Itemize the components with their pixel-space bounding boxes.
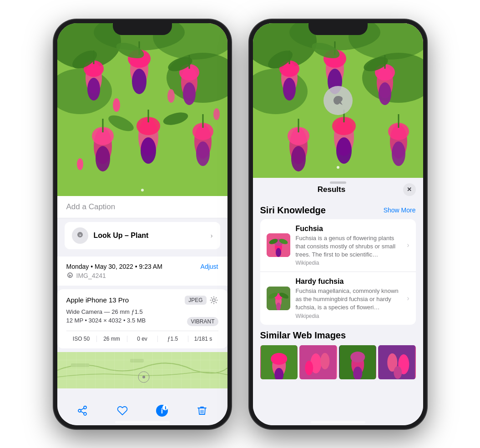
svg-point-104 <box>350 352 365 362</box>
phone-notch <box>113 20 172 35</box>
exif-ev: 0 ev <box>127 336 158 342</box>
svg-point-8 <box>87 78 100 101</box>
photo-display[interactable] <box>57 23 227 196</box>
camera-section: Apple iPhone 13 Pro JPEG Wide Camera — 2… <box>57 289 227 348</box>
hardy-fuchsia-source: Wikipedia <box>296 313 402 319</box>
svg-point-63 <box>379 82 391 105</box>
bottom-toolbar: i ℹ <box>54 403 231 418</box>
svg-point-32 <box>77 158 83 170</box>
svg-point-11 <box>132 69 147 94</box>
fuchsia-desc: Fuchsia is a genus of flowering plants t… <box>296 234 402 259</box>
right-phone-screen: Results ✕ Siri Knowledge Show More <box>253 23 423 425</box>
svg-point-109 <box>394 366 402 379</box>
results-panel: Results ✕ Siri Knowledge Show More <box>253 178 423 425</box>
knowledge-item-fuchsia[interactable]: Fuchsia Fuchsia is a genus of flowering … <box>260 219 416 272</box>
svg-point-39 <box>212 299 215 302</box>
exif-aperture: ƒ1.5 <box>158 336 188 342</box>
exif-row: ISO 50 26 mm 0 ev ƒ1.5 1/181 s <box>66 331 218 342</box>
caption-placeholder[interactable]: Add a Caption <box>66 202 116 211</box>
svg-rect-42 <box>130 359 144 362</box>
web-images-grid <box>260 345 416 379</box>
hardy-fuchsia-chevron-icon: › <box>407 294 409 302</box>
hardy-fuchsia-name: Hardy fuchsia <box>296 277 402 286</box>
svg-point-44 <box>142 376 145 378</box>
svg-point-85 <box>276 248 281 257</box>
exif-shutter: 1/181 s <box>188 336 218 342</box>
right-home-bar <box>311 421 365 423</box>
drag-handle <box>330 181 346 184</box>
svg-point-43 <box>138 372 149 383</box>
camera-mp: 12 MP • 3024 × 4032 • 3.5 MB <box>66 317 146 324</box>
web-images-title: Similar Web Images <box>260 330 416 341</box>
svg-point-66 <box>291 146 306 171</box>
svg-point-101 <box>305 361 313 375</box>
svg-point-30 <box>113 98 120 112</box>
svg-rect-41 <box>71 363 89 367</box>
web-image-1[interactable] <box>260 345 298 379</box>
svg-point-17 <box>96 146 110 171</box>
photo-date: Monday • May 30, 2022 • 9:23 AM <box>66 263 162 270</box>
favorite-button[interactable] <box>115 403 130 418</box>
svg-point-96 <box>271 353 287 365</box>
adjust-button[interactable]: Adjust <box>201 263 218 270</box>
svg-rect-40 <box>57 352 227 388</box>
hardy-fuchsia-desc: Fuchsia magellanica, commonly known as t… <box>296 287 402 312</box>
map-thumbnail[interactable] <box>57 352 227 388</box>
results-title: Results <box>260 185 403 194</box>
fuchsia-thumbnail <box>267 233 290 257</box>
lookup-label: Look Up – Plant <box>94 232 149 240</box>
right-phone-notch <box>308 20 368 35</box>
siri-knowledge-header: Siri Knowledge Show More <box>253 201 423 219</box>
fuchsia-content: Fuchsia Fuchsia is a genus of flowering … <box>296 225 402 267</box>
fuchsia-name: Fuchsia <box>296 225 402 233</box>
info-panel: Add a Caption Look Up – Plant › Monday •… <box>57 196 227 425</box>
home-bar <box>115 421 170 423</box>
photo-filename: IMG_4241 <box>66 272 218 279</box>
results-screen: Results ✕ Siri Knowledge Show More <box>253 23 423 425</box>
photo-style-badge: VIBRANT <box>187 317 218 326</box>
photo-display-right[interactable] <box>253 23 423 178</box>
svg-point-57 <box>283 78 296 101</box>
svg-point-33 <box>213 108 220 120</box>
svg-point-31 <box>167 89 175 103</box>
svg-point-100 <box>320 353 329 369</box>
settings-icon[interactable] <box>209 296 218 305</box>
siri-dot-indicator <box>337 166 339 169</box>
knowledge-item-hardy-fuchsia[interactable]: Hardy fuchsia Fuchsia magellanica, commo… <box>260 272 416 325</box>
metadata-section: Monday • May 30, 2022 • 9:23 AM Adjust I… <box>57 257 227 286</box>
fuchsia-chevron-icon: › <box>407 241 409 249</box>
hardy-fuchsia-content: Hardy fuchsia Fuchsia magellanica, commo… <box>296 277 402 319</box>
fuchsia-source: Wikipedia <box>296 260 402 266</box>
left-phone: Add a Caption Look Up – Plant › Monday •… <box>54 20 231 429</box>
web-image-2[interactable] <box>299 345 337 379</box>
hardy-fuchsia-thumbnail <box>267 287 290 310</box>
knowledge-card: Fuchsia Fuchsia is a genus of flowering … <box>260 219 416 325</box>
lookup-chevron-icon: › <box>211 232 213 239</box>
svg-point-20 <box>141 137 156 164</box>
camera-lens: Wide Camera — 26 mm ƒ1.5 <box>66 308 218 315</box>
svg-point-72 <box>392 141 405 166</box>
web-image-3[interactable] <box>339 345 377 379</box>
info-button[interactable]: i ℹ <box>155 403 169 418</box>
delete-button[interactable] <box>195 403 209 418</box>
camera-model: Apple iPhone 13 Pro <box>66 296 129 304</box>
format-badge: JPEG <box>185 296 206 305</box>
share-button[interactable] <box>75 403 90 418</box>
show-more-button[interactable]: Show More <box>384 206 416 214</box>
right-phone: Results ✕ Siri Knowledge Show More <box>249 20 427 429</box>
similar-web-images-section: Similar Web Images <box>253 327 423 383</box>
svg-point-14 <box>183 82 196 105</box>
exif-iso: ISO 50 <box>66 336 97 342</box>
lookup-section[interactable]: Look Up – Plant › <box>65 222 220 249</box>
siri-visual-search-button[interactable] <box>323 86 353 115</box>
left-phone-screen: Add a Caption Look Up – Plant › Monday •… <box>57 23 227 425</box>
close-button[interactable]: ✕ <box>403 183 416 196</box>
caption-area[interactable]: Add a Caption <box>57 196 227 218</box>
svg-point-69 <box>336 137 352 164</box>
lookup-icon <box>72 227 88 244</box>
photo-page-indicator <box>141 189 144 191</box>
results-header: Results ✕ <box>253 178 423 201</box>
siri-knowledge-title: Siri Knowledge <box>260 205 326 216</box>
web-image-4[interactable] <box>378 345 416 379</box>
exif-focal: 26 mm <box>97 336 127 342</box>
